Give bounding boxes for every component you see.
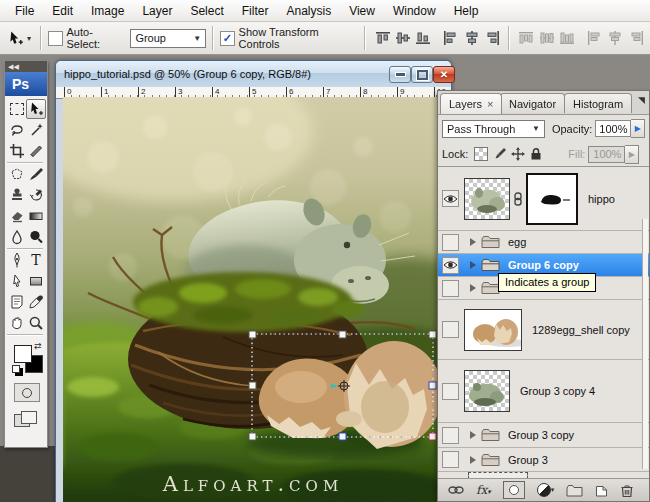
- swap-colors-icon[interactable]: ⇄: [34, 341, 42, 351]
- visibility-toggle[interactable]: [442, 383, 459, 400]
- layer-row-egg[interactable]: egg: [438, 231, 649, 254]
- align-left-edges-icon[interactable]: [442, 30, 460, 47]
- align-bottom-edges-icon[interactable]: [414, 30, 432, 47]
- align-top-edges-icon[interactable]: [373, 30, 391, 47]
- layer-style-icon[interactable]: fx▾: [476, 483, 491, 497]
- eyedropper-tool[interactable]: [26, 292, 46, 312]
- layer-name[interactable]: Group 3 copy: [508, 429, 574, 441]
- layer-thumbnail[interactable]: [464, 178, 510, 220]
- align-vertical-centers-icon[interactable]: [394, 30, 412, 47]
- opacity-slider-button[interactable]: ▶: [631, 119, 645, 138]
- hand-tool[interactable]: [7, 313, 27, 333]
- menu-help[interactable]: Help: [445, 1, 488, 21]
- expand-triangle-icon[interactable]: [470, 431, 476, 439]
- pen-tool[interactable]: [7, 250, 27, 270]
- visibility-toggle[interactable]: [442, 234, 459, 251]
- scrollbar-track[interactable]: [642, 219, 648, 469]
- visibility-toggle[interactable]: [442, 190, 459, 207]
- dodge-tool[interactable]: [26, 227, 46, 247]
- new-layer-icon[interactable]: [595, 483, 608, 497]
- visibility-toggle[interactable]: [442, 451, 459, 468]
- panel-menu-icon[interactable]: ◥: [638, 95, 645, 105]
- move-tool[interactable]: [26, 99, 46, 119]
- lock-transparency-icon[interactable]: [474, 147, 488, 161]
- show-transform-checkbox[interactable]: ✓: [220, 31, 235, 46]
- menu-edit[interactable]: Edit: [43, 1, 82, 21]
- minimize-button[interactable]: [389, 66, 411, 83]
- crop-tool[interactable]: [7, 141, 27, 161]
- visibility-toggle[interactable]: [442, 427, 459, 444]
- layer-row-group3-copy4[interactable]: Group 3 copy 4: [438, 360, 649, 423]
- expand-triangle-icon[interactable]: [470, 284, 476, 292]
- align-horizontal-centers-icon[interactable]: [462, 30, 480, 47]
- align-right-edges-icon[interactable]: [483, 30, 501, 47]
- menu-window[interactable]: Window: [384, 1, 445, 21]
- tab-navigator[interactable]: Navigator: [500, 93, 565, 113]
- slice-tool[interactable]: [26, 141, 46, 161]
- clone-stamp-tool[interactable]: [7, 185, 27, 205]
- layer-name[interactable]: hippo: [588, 193, 615, 205]
- lasso-tool[interactable]: [7, 120, 27, 140]
- visibility-toggle[interactable]: [442, 257, 459, 274]
- blur-tool[interactable]: [7, 227, 27, 247]
- history-brush-tool[interactable]: [26, 185, 46, 205]
- menu-file[interactable]: File: [6, 1, 43, 21]
- layer-row-group3[interactable]: Group 3: [438, 448, 649, 472]
- close-button[interactable]: ✕: [433, 66, 455, 83]
- zoom-tool[interactable]: [26, 313, 46, 333]
- tab-layers[interactable]: Layers ×: [440, 93, 502, 114]
- menu-filter[interactable]: Filter: [233, 1, 278, 21]
- default-colors-icon[interactable]: [12, 365, 20, 373]
- healing-patch-tool[interactable]: [7, 164, 27, 184]
- menu-select[interactable]: Select: [181, 1, 232, 21]
- screen-mode-button[interactable]: [14, 411, 38, 429]
- tab-close-icon[interactable]: ×: [487, 98, 493, 110]
- layer-name[interactable]: egg: [508, 236, 526, 248]
- link-mask-icon[interactable]: [512, 192, 524, 206]
- notes-tool[interactable]: [7, 292, 27, 312]
- lock-all-icon[interactable]: [530, 147, 542, 161]
- layer-row-eggshell[interactable]: 1289egg_shell copy: [438, 300, 649, 360]
- marquee-tool[interactable]: [7, 99, 27, 119]
- link-layers-icon[interactable]: [448, 484, 464, 496]
- layer-row-hippo[interactable]: hippo: [438, 167, 649, 231]
- blend-mode-dropdown[interactable]: Pass Through ▼: [442, 120, 545, 138]
- expand-triangle-icon[interactable]: [470, 261, 476, 269]
- layer-name[interactable]: Group 6 copy: [508, 259, 579, 271]
- path-selection-tool[interactable]: [7, 271, 27, 291]
- auto-select-checkbox[interactable]: [48, 31, 63, 46]
- layer-row-group3-copy[interactable]: Group 3 copy: [438, 423, 649, 448]
- opacity-value[interactable]: 100%: [595, 120, 631, 137]
- layer-name[interactable]: 1289egg_shell copy: [532, 324, 630, 336]
- lock-position-icon[interactable]: [511, 147, 525, 161]
- quick-mask-button[interactable]: [14, 383, 40, 402]
- lock-pixels-icon[interactable]: [493, 147, 507, 161]
- canvas[interactable]: Alfoart.com: [63, 97, 437, 502]
- type-tool[interactable]: T: [26, 250, 46, 270]
- layer-mask-thumbnail[interactable]: [526, 173, 578, 225]
- visibility-toggle[interactable]: [442, 321, 459, 338]
- foreground-color-swatch[interactable]: [14, 345, 32, 363]
- expand-triangle-icon[interactable]: [470, 456, 476, 464]
- gradient-tool[interactable]: [26, 206, 46, 226]
- adjustment-layer-icon[interactable]: ▾: [537, 483, 555, 497]
- layer-thumbnail[interactable]: [464, 370, 510, 412]
- add-mask-icon[interactable]: [503, 481, 525, 499]
- new-group-icon[interactable]: [566, 484, 583, 497]
- menu-view[interactable]: View: [340, 1, 384, 21]
- expand-triangle-icon[interactable]: [470, 238, 476, 246]
- delete-layer-icon[interactable]: [620, 483, 634, 498]
- layer-name[interactable]: Group 3: [508, 454, 548, 466]
- layer-name[interactable]: Group 3 copy 4: [520, 385, 595, 397]
- layer-thumbnail[interactable]: [464, 309, 522, 351]
- eraser-tool[interactable]: [7, 206, 27, 226]
- menu-layer[interactable]: Layer: [133, 1, 181, 21]
- magic-wand-tool[interactable]: [26, 120, 46, 140]
- move-tool-preset-button[interactable]: ▾: [4, 28, 34, 49]
- menu-image[interactable]: Image: [82, 1, 133, 21]
- brush-tool[interactable]: [26, 164, 46, 184]
- auto-select-mode-dropdown[interactable]: Group ▼: [130, 29, 206, 48]
- palette-collapse-grip[interactable]: ◀◀: [5, 61, 47, 72]
- visibility-toggle[interactable]: [442, 280, 459, 297]
- shape-tool[interactable]: [26, 271, 46, 291]
